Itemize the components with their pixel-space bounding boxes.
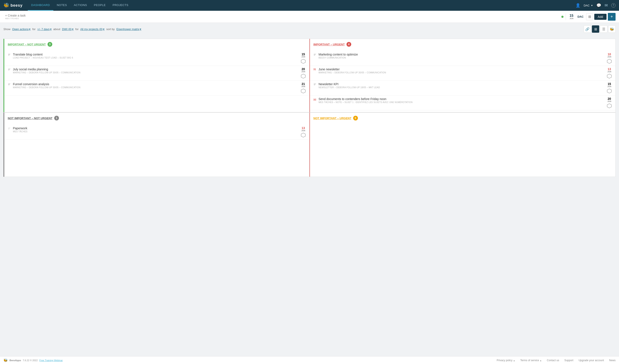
quadrant-badge-bot-left: 1: [54, 116, 59, 120]
toolbar: MES TÂCHES 15 JUN DAC ⊞ Add +: [0, 11, 619, 23]
nav-link-dashboard[interactable]: DASHBOARD: [28, 0, 53, 11]
task-date: 15 JUN: [607, 82, 611, 87]
upgrade-link[interactable]: Upgrade your account: [578, 359, 604, 362]
help-icon[interactable]: ?: [611, 3, 616, 8]
quadrant-title-bot-left[interactable]: NOT IMPORTANT – NOT URGENT: [8, 117, 53, 120]
contact-link[interactable]: Contact us: [547, 359, 559, 362]
task-date-hex: 21 JUN: [301, 82, 306, 94]
terms-link[interactable]: Terms of service ▲: [520, 359, 542, 362]
svg-marker-25: [301, 133, 305, 137]
app-logo[interactable]: 🐝 beesy: [3, 3, 23, 8]
task-content: Marketing content to optimize BEESY COMM…: [319, 53, 605, 59]
toolbar-user: DAC: [576, 15, 585, 18]
nav-link-actions[interactable]: ACTIONS: [70, 0, 90, 11]
open-actions-filter[interactable]: Open actions ▾: [12, 28, 31, 31]
task-title: July social media planning: [13, 68, 299, 71]
svg-marker-20: [607, 89, 611, 93]
task-item[interactable]: Funnel conversion analysis MARKETING – D…: [4, 81, 309, 96]
webinar-label[interactable]: Free Training Webinar: [39, 359, 63, 362]
bee-view-btn[interactable]: 🐝: [608, 25, 616, 33]
task-content: July social media planning MARKETING – D…: [13, 68, 299, 74]
task-content: Funnel conversion analysis MARKETING – D…: [13, 82, 299, 89]
date-badge: 15 JUN: [568, 14, 575, 20]
grid-matrix-btn[interactable]: ⊞: [592, 25, 599, 33]
hex-icon: [607, 103, 612, 108]
logo-bee-icon: 🐝: [3, 3, 9, 8]
email-icon: ✉: [313, 98, 317, 102]
task-list-top-left: Translate blog content LOAD PROJECT – NO…: [4, 49, 309, 97]
nav-link-projects[interactable]: PROJECTS: [109, 0, 132, 11]
grid-view-btn[interactable]: ⊞: [586, 13, 593, 20]
brand-name: BeesApps: [10, 359, 21, 362]
dwi-filter[interactable]: DWI (8) ▾: [62, 28, 73, 31]
task-icon: [313, 53, 317, 57]
list-view-btn[interactable]: ☰: [600, 25, 607, 33]
projects-filter[interactable]: All my projects (8) ▾: [80, 28, 105, 31]
task-item[interactable]: 31 June newsletter MARKETING – DEBORA FO…: [310, 66, 615, 81]
dropdown-arrow5: ▾: [140, 28, 141, 31]
dropdown-arrow4: ▾: [103, 28, 105, 31]
task-date: 15 JUN: [301, 53, 305, 58]
create-task-input[interactable]: [5, 14, 558, 17]
task-date-hex: 15 JUN: [607, 82, 612, 94]
quadrant-important-urgent: IMPORTANT – URGENT 4 Marketing content t…: [310, 39, 616, 112]
version: 7.6.22 © 2022: [23, 359, 38, 362]
link-view-btn[interactable]: 🔗: [584, 25, 591, 33]
logo-text: beesy: [11, 3, 23, 8]
hex-icon: [607, 88, 612, 94]
quadrant-header-bot-right: NOT IMPORTANT – URGENT 0: [310, 113, 615, 123]
sort-filter[interactable]: Eisenhower matrix ▾: [116, 28, 141, 31]
date-range-filter[interactable]: +/- 7 days ▾: [37, 28, 51, 31]
svg-marker-7: [301, 74, 305, 78]
quadrant-title-top-left[interactable]: IMPORTANT – NOT URGENT: [8, 43, 46, 46]
task-icon: [8, 127, 11, 131]
nav-link-notes[interactable]: NOTES: [53, 0, 70, 11]
user-menu[interactable]: DAC ▼: [584, 4, 593, 7]
task-item[interactable]: Paperwork MES TÂCHES 13 JUN: [4, 125, 309, 140]
task-content: Send documents to contenders before Frid…: [319, 97, 605, 103]
task-title: Newsletter KPI: [319, 82, 605, 86]
add-button[interactable]: Add: [594, 14, 606, 20]
hex-icon: [607, 59, 612, 64]
task-content: Translate blog content LOAD PROJECT – NO…: [13, 53, 299, 59]
news-link[interactable]: News: [609, 359, 616, 362]
dropdown-arrow3: ▾: [72, 28, 73, 31]
task-item[interactable]: Translate blog content LOAD PROJECT – NO…: [4, 51, 309, 66]
privacy-link[interactable]: Privacy policy ▲: [497, 359, 515, 362]
user-dropdown-icon: ▼: [591, 4, 593, 7]
task-date-hex: 10 JUN: [607, 53, 612, 64]
task-list-top-right: Marketing content to optimize BEESY COMM…: [310, 49, 615, 112]
sort-by-label: sort by: [106, 28, 115, 31]
plus-button[interactable]: +: [608, 13, 616, 21]
quadrant-title-bot-right[interactable]: NOT IMPORTANT – URGENT: [313, 117, 352, 120]
task-date: 21 JUN: [301, 82, 305, 87]
task-subtitle: NEWSLETTER – DEBORA FOLLOW-UP 18/05 – MK…: [319, 86, 605, 89]
svg-marker-11: [301, 89, 305, 93]
quadrant-badge-bot-right: 0: [353, 116, 358, 120]
footer-links: Privacy policy ▲ Terms of service ▲ Cont…: [497, 359, 616, 362]
quadrant-title-top-right[interactable]: IMPORTANT – URGENT: [313, 43, 345, 46]
task-title: June newsletter: [319, 68, 605, 71]
task-list-bot-right: [310, 123, 615, 126]
task-item[interactable]: ✉ Send documents to contenders before Fr…: [310, 96, 615, 110]
mail-icon[interactable]: ✉: [605, 3, 608, 8]
status-dot: [561, 16, 563, 18]
task-item[interactable]: July social media planning MARKETING – D…: [4, 66, 309, 81]
nav-link-people[interactable]: PEOPLE: [91, 0, 109, 11]
quadrant-important-not-urgent: IMPORTANT – NOT URGENT 3 Translate blog …: [3, 39, 310, 112]
hex-icon: [301, 59, 306, 64]
user-avatar-icon: 👤: [576, 3, 580, 8]
nav-links: DASHBOARD NOTES ACTIONS PEOPLE PROJECTS: [28, 0, 132, 11]
task-date-hex: 15 JUN: [301, 53, 306, 64]
task-date-hex: 20 JUN: [301, 68, 306, 79]
support-link[interactable]: Support: [564, 359, 573, 362]
task-icon: [8, 53, 11, 57]
svg-marker-16: [607, 74, 611, 78]
task-item[interactable]: Newsletter KPI NEWSLETTER – DEBORA FOLLO…: [310, 81, 615, 96]
privacy-arrow: ▲: [513, 360, 515, 362]
toolbar-right: 15 JUN DAC ⊞ Add +: [561, 13, 616, 21]
task-item[interactable]: Marketing content to optimize BEESY COMM…: [310, 51, 615, 66]
task-content: Newsletter KPI NEWSLETTER – DEBORA FOLLO…: [319, 82, 605, 89]
chat-icon[interactable]: 💬: [596, 3, 601, 8]
dropdown-arrow2: ▾: [50, 28, 52, 31]
